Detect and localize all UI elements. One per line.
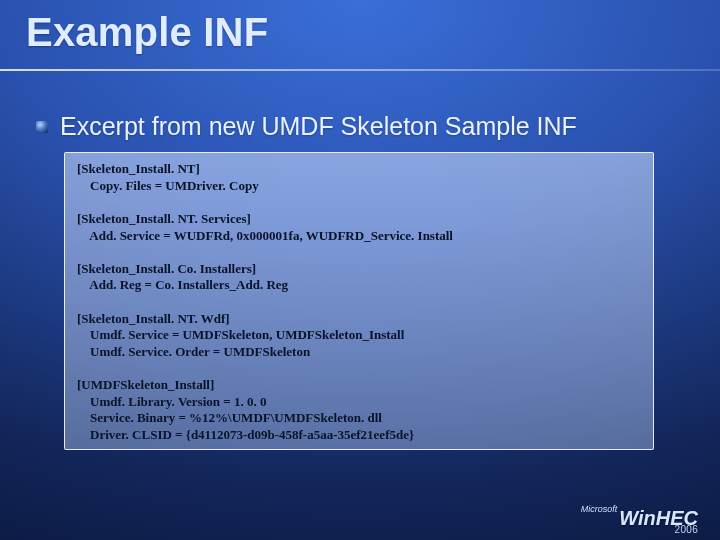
vendor-label: Microsoft (581, 505, 618, 514)
slide-title: Example INF (26, 10, 268, 55)
slide-subtitle: Excerpt from new UMDF Skeleton Sample IN… (60, 112, 577, 141)
bullet-icon (36, 121, 48, 133)
year-label: 2006 (675, 524, 698, 535)
code-excerpt: [Skeleton_Install. NT] Copy. Files = UMD… (64, 152, 654, 450)
subtitle-row: Excerpt from new UMDF Skeleton Sample IN… (36, 112, 577, 141)
title-divider (0, 69, 720, 71)
slide: Example INF Excerpt from new UMDF Skelet… (0, 0, 720, 540)
